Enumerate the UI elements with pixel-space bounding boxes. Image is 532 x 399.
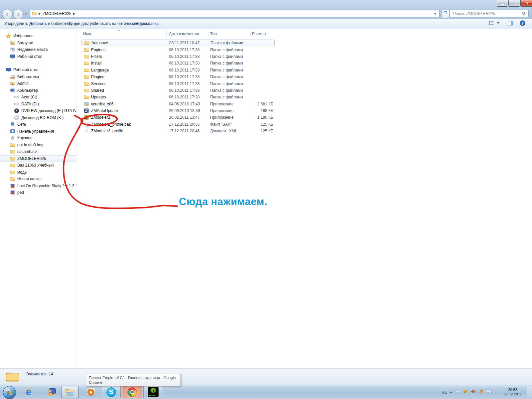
file-row-Language[interactable]: Language06.10.2011 17:38Папка с файлами	[81, 67, 275, 73]
taskbar-button-messenger[interactable]	[45, 386, 58, 398]
sidebar-item-drive-e[interactable]: IVDVD RW дисковод (E:) GTA IV Di	[0, 107, 76, 114]
sidebar-item-lockon[interactable]: LockOn Goryachie Skaly 2 v 1.2.1 R	[0, 183, 76, 190]
sidebar-item-network[interactable]: Сеть	[0, 121, 76, 128]
sidebar-item-new-folder[interactable]: Новая папка	[0, 176, 76, 183]
help-button[interactable]: ?	[519, 20, 526, 26]
sidebar-item-libraries[interactable]: Библиотеки	[0, 73, 76, 80]
toolbar-button-new-folder[interactable]: Новая папка	[134, 20, 160, 27]
taskbar-button-google-chrome[interactable]	[122, 386, 142, 398]
sidebar-item-zmodeler025[interactable]: ZMODELER025	[0, 155, 76, 162]
file-row-Install[interactable]: Install06.10.2011 17:38Папка с файлами	[81, 60, 275, 66]
sidebar-item-drive-d[interactable]: DATA (D:)	[0, 101, 76, 108]
tray-loudspeaker[interactable]	[470, 389, 476, 396]
sidebar-item-desktop[interactable]: Рабочий стол	[0, 66, 76, 73]
file-row-ZModeler2[interactable]: ZZModeler220.02.2011 13:47Приложение1 18…	[81, 114, 275, 121]
file-row-Filters[interactable]: Filters06.10.2011 17:38Папка с файлами	[81, 53, 275, 60]
sidebar-item-downloads[interactable]: Загрузки	[0, 40, 76, 47]
sidebar-item-mody[interactable]: моды	[0, 169, 76, 176]
messenger-icon	[47, 387, 56, 397]
taskbar-button-emb[interactable]: emb	[143, 386, 163, 398]
preview-pane-button[interactable]	[507, 20, 514, 26]
sidebar-item-sacamhack[interactable]: sacamhack	[0, 148, 76, 155]
show-desktop-button[interactable]	[527, 385, 532, 399]
close-button[interactable]: ×	[520, 0, 532, 7]
clock[interactable]: 20:53 17.12.2011	[501, 388, 524, 396]
file-row-Engines[interactable]: Engines06.10.2011 17:38Папка с файлами	[81, 46, 275, 53]
file-row-ZModeler2_profile[interactable]: <e>ZModeler2_profile17.12.2011 20:46Доку…	[81, 128, 275, 134]
sidebar-item-ped[interactable]: ped	[0, 189, 76, 196]
loudspeaker-icon	[470, 389, 476, 394]
sidebar-item-desktop-fav[interactable]: Рабочий стол	[0, 53, 76, 60]
breadcrumb-separator-icon: ▶	[39, 12, 41, 15]
file-row-Shared[interactable]: Shared06.10.2011 17:38Папка с файлами	[81, 87, 275, 94]
sidebar-item-recent-places[interactable]: Недавние места	[0, 46, 76, 53]
address-bar[interactable]: ▶ ZMODELER025 ▶	[30, 10, 440, 17]
views-button[interactable]	[488, 20, 499, 26]
breadcrumb[interactable]: ZMODELER025	[43, 11, 71, 16]
system-tray: RU	[442, 385, 492, 399]
sidebar-item-put-in-gta3[interactable]: put in gta3.img	[0, 142, 76, 149]
sort-ascending-icon	[118, 30, 120, 31]
file-row-Autosave[interactable]: Autosave03.11.2011 10:47Папка с файлами	[81, 40, 275, 46]
sidebar-item-computer[interactable]: Компьютер	[0, 87, 76, 94]
sidebar-item-favorites[interactable]: Избранное	[0, 33, 76, 40]
sidebar-item-drive-c[interactable]: Acer (C:)	[0, 94, 76, 101]
address-dropdown-icon[interactable]	[434, 13, 437, 15]
hidden-icons-arrow-icon[interactable]	[450, 391, 452, 393]
sidebar-item-admin[interactable]: Admin	[0, 80, 76, 87]
tray-punto-switcher[interactable]	[463, 389, 468, 396]
restore-button[interactable]	[508, 0, 520, 7]
tray-network-status[interactable]	[486, 389, 492, 396]
command-toolbar: ? УпорядочитьДобавить в библиотекуОбщий …	[0, 19, 532, 29]
column-header-2[interactable]: Тип	[210, 32, 217, 36]
dvd-icon: IV	[14, 108, 19, 113]
tray-volume[interactable]	[455, 389, 460, 396]
folder-icon	[10, 170, 15, 175]
file-row-Services[interactable]: Services06.10.2011 17:38Папка с файлами	[81, 80, 275, 87]
refresh-button[interactable]	[441, 10, 450, 18]
network-icon	[10, 122, 15, 127]
sidebar-spacer	[0, 60, 76, 66]
taskbar-button-skype[interactable]: S	[102, 386, 121, 398]
folder-icon	[10, 142, 15, 148]
file-name: ZModeler2_profile.bak	[91, 122, 131, 127]
recent-pages-dropdown[interactable]	[25, 13, 27, 15]
computer-icon	[10, 88, 15, 93]
sidebar-item-label: Acer (C:)	[21, 95, 37, 99]
search-box[interactable]	[450, 10, 529, 17]
start-button[interactable]	[3, 386, 16, 399]
sidebar-item-control-panel[interactable]: Панель управления	[0, 128, 76, 135]
sidebar-item-recycle-bin[interactable]: Корзина	[0, 135, 76, 142]
search-input[interactable]	[450, 11, 521, 16]
language-indicator[interactable]: RU	[442, 390, 447, 395]
file-date: 06.10.2011 17:38	[169, 80, 200, 87]
file-date: 06.10.2011 17:38	[169, 94, 200, 100]
file-row-Updates[interactable]: Updates06.10.2011 17:38Папка с файлами	[81, 94, 275, 100]
file-row-ZModeler2_profile.bak[interactable]: ZModeler2_profile.bak17.12.2011 20:35Фай…	[81, 121, 275, 128]
sidebar-item-vaz-21063[interactable]: Ваз 21063 Учебный	[0, 162, 76, 169]
folder-icon	[84, 74, 89, 79]
back-button[interactable]	[2, 9, 13, 20]
file-row-ZMAutoUpdate[interactable]: ZMAutoUpdate26.09.2010 13:39Приложение16…	[81, 107, 275, 114]
desktop-screenshot: × ▶ ZMODELER025 ▶	[0, 0, 532, 399]
minimize-button[interactable]	[497, 0, 508, 7]
file-type: Приложение	[210, 107, 233, 114]
file-row-vcredist_x86[interactable]: vcredist_x8604.06.2010 17:43Приложение2 …	[81, 101, 275, 107]
taskbar-button-windows-explorer[interactable]	[61, 386, 79, 398]
hdd-icon	[14, 101, 19, 107]
sidebar-item-label: Загрузки	[17, 41, 33, 45]
column-header-3[interactable]: Размер	[252, 32, 266, 36]
column-header-1[interactable]: Дата изменения	[169, 32, 199, 36]
tray-hand-tool[interactable]	[478, 389, 484, 396]
file-name: Language	[91, 68, 109, 72]
taskbar: eSemb RU 20:53 17.12.2011	[0, 385, 532, 399]
taskbar-button-internet-explorer[interactable]: e	[22, 386, 35, 398]
column-header-0[interactable]: Имя	[83, 32, 91, 36]
forward-button[interactable]	[13, 9, 24, 20]
search-icon	[521, 11, 526, 16]
file-date: 06.10.2011 17:38	[169, 53, 200, 60]
sidebar-item-label: Рабочий стол	[13, 67, 38, 72]
taskbar-button-media-player[interactable]	[83, 386, 98, 398]
file-row-Plugins[interactable]: Plugins06.10.2011 17:38Папка с файлами	[81, 73, 275, 80]
sidebar-item-drive-k[interactable]: Дисковод BD-ROM (K:)	[0, 114, 76, 121]
